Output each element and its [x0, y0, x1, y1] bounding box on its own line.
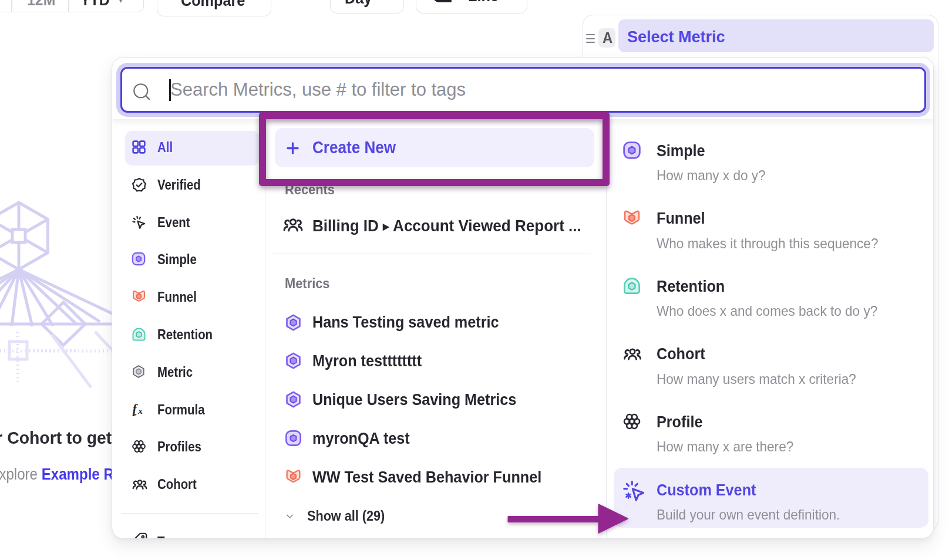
svg-text:x: x: [137, 406, 143, 416]
svg-text:f: f: [133, 402, 139, 416]
